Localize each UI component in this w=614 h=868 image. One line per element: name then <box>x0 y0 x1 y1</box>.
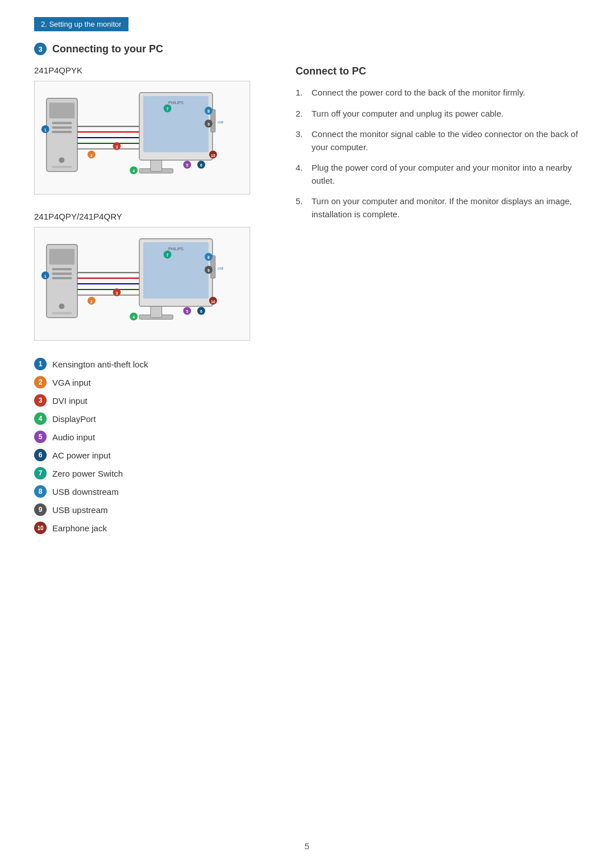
svg-rect-2 <box>52 122 72 124</box>
legend-badge-5: 5 <box>34 431 47 443</box>
instructions-list: 1. Connect the power cord to the back of… <box>296 86 580 221</box>
legend-badge-7: 7 <box>34 467 47 480</box>
legend-label-9: USB upstream <box>52 505 108 515</box>
legend-label-2: VGA input <box>52 378 91 387</box>
legend-badge-10: 10 <box>34 522 47 534</box>
legend-label-8: USB downstream <box>52 487 119 497</box>
step-1: 1. Connect the power cord to the back of… <box>296 86 580 100</box>
svg-text:3: 3 <box>116 145 118 149</box>
svg-text:5: 5 <box>186 309 188 313</box>
section-title: Connecting to your PC <box>52 43 163 55</box>
svg-point-44 <box>59 304 64 309</box>
svg-text:1: 1 <box>44 128 47 132</box>
legend-section: 1 Kensington anti-theft lock 2 VGA input… <box>34 358 273 534</box>
legend-item-4: 4 DisplayPort <box>34 412 273 425</box>
svg-rect-42 <box>52 272 72 275</box>
legend-label-10: Earphone jack <box>52 523 107 533</box>
connect-pc-title: Connect to PC <box>296 65 580 77</box>
legend-label-6: AC power input <box>52 450 111 460</box>
legend-badge-1: 1 <box>34 358 47 370</box>
page-number: 5 <box>305 841 309 851</box>
legend-item-1: 1 Kensington anti-theft lock <box>34 358 273 370</box>
breadcrumb: 2. Setting up the monitor <box>34 17 128 31</box>
svg-text:1: 1 <box>44 274 47 278</box>
monitor-diagram-2: PHILIPS USB 7 1 2 <box>34 227 250 341</box>
svg-text:8: 8 <box>208 255 210 259</box>
svg-rect-45 <box>52 312 72 315</box>
legend-item-10: 10 Earphone jack <box>34 522 273 534</box>
section-heading: 3 Connecting to your PC <box>34 43 580 55</box>
legend-item-7: 7 Zero power Switch <box>34 467 273 480</box>
svg-text:USB: USB <box>218 121 224 124</box>
legend-label-1: Kensington anti-theft lock <box>52 359 148 369</box>
legend-label-3: DVI input <box>52 396 88 406</box>
svg-text:9: 9 <box>208 268 210 272</box>
step-5-text: Turn on your computer and monitor. If th… <box>312 195 580 221</box>
svg-rect-40 <box>49 249 75 265</box>
svg-rect-6 <box>52 166 72 168</box>
step-5-num: 5. <box>296 195 307 221</box>
step-4: 4. Plug the power cord of your computer … <box>296 162 580 187</box>
svg-text:PHILIPS: PHILIPS <box>168 247 184 251</box>
legend-label-5: Audio input <box>52 432 95 442</box>
svg-text:2: 2 <box>90 300 93 304</box>
legend-badge-2: 2 <box>34 376 47 388</box>
svg-text:USB: USB <box>218 267 224 270</box>
step-4-num: 4. <box>296 162 307 187</box>
left-col: 241P4QPYK <box>34 65 273 540</box>
step-4-text: Plug the power cord of your computer and… <box>312 162 580 187</box>
svg-text:10: 10 <box>211 300 215 304</box>
svg-text:7: 7 <box>167 253 169 257</box>
legend-item-6: 6 AC power input <box>34 449 273 461</box>
step-1-num: 1. <box>296 86 307 100</box>
legend-label-4: DisplayPort <box>52 414 96 424</box>
page-container: 2. Setting up the monitor 3 Connecting t… <box>0 0 614 868</box>
legend-badge-6: 6 <box>34 449 47 461</box>
legend-item-2: 2 VGA input <box>34 376 273 388</box>
step-2: 2. Turn off your computer and unplug its… <box>296 108 580 121</box>
svg-rect-43 <box>52 277 72 279</box>
svg-text:9: 9 <box>208 122 210 126</box>
legend-badge-4: 4 <box>34 412 47 425</box>
model-2-label: 241P4QPY/241P4QRY <box>34 212 273 221</box>
svg-rect-41 <box>52 268 72 270</box>
legend-item-8: 8 USB downstream <box>34 485 273 498</box>
svg-rect-1 <box>49 103 75 119</box>
svg-text:PHILIPS: PHILIPS <box>168 101 184 105</box>
legend-badge-8: 8 <box>34 485 47 498</box>
legend-badge-3: 3 <box>34 394 47 407</box>
section-number-badge: 3 <box>34 43 47 55</box>
step-2-text: Turn off your computer and unplug its po… <box>312 108 504 121</box>
svg-text:5: 5 <box>186 163 188 167</box>
right-col: Connect to PC 1. Connect the power cord … <box>296 65 580 540</box>
svg-rect-3 <box>52 126 72 129</box>
step-1-text: Connect the power cord to the back of th… <box>312 86 525 100</box>
step-3-num: 3. <box>296 128 307 154</box>
svg-text:4: 4 <box>132 169 135 173</box>
monitor-diagram-1: PHILIPS USB 7 1 2 <box>34 81 250 195</box>
step-3: 3. Connect the monitor signal cable to t… <box>296 128 580 154</box>
legend-badge-9: 9 <box>34 503 47 516</box>
model-1-label: 241P4QPYK <box>34 65 273 75</box>
svg-rect-4 <box>52 131 72 133</box>
svg-text:3: 3 <box>116 291 118 295</box>
legend-item-5: 5 Audio input <box>34 431 273 443</box>
step-2-num: 2. <box>296 108 307 121</box>
svg-text:10: 10 <box>211 154 215 158</box>
step-5: 5. Turn on your computer and monitor. If… <box>296 195 580 221</box>
svg-text:6: 6 <box>200 163 202 167</box>
legend-label-7: Zero power Switch <box>52 469 123 478</box>
step-3-text: Connect the monitor signal cable to the … <box>312 128 580 154</box>
two-col-layout: 241P4QPYK <box>34 65 580 540</box>
svg-text:2: 2 <box>90 154 93 158</box>
svg-point-5 <box>59 158 64 163</box>
legend-item-9: 9 USB upstream <box>34 503 273 516</box>
svg-text:8: 8 <box>208 109 210 113</box>
legend-item-3: 3 DVI input <box>34 394 273 407</box>
svg-text:7: 7 <box>167 107 169 111</box>
svg-text:6: 6 <box>200 309 202 313</box>
svg-text:4: 4 <box>132 315 135 319</box>
